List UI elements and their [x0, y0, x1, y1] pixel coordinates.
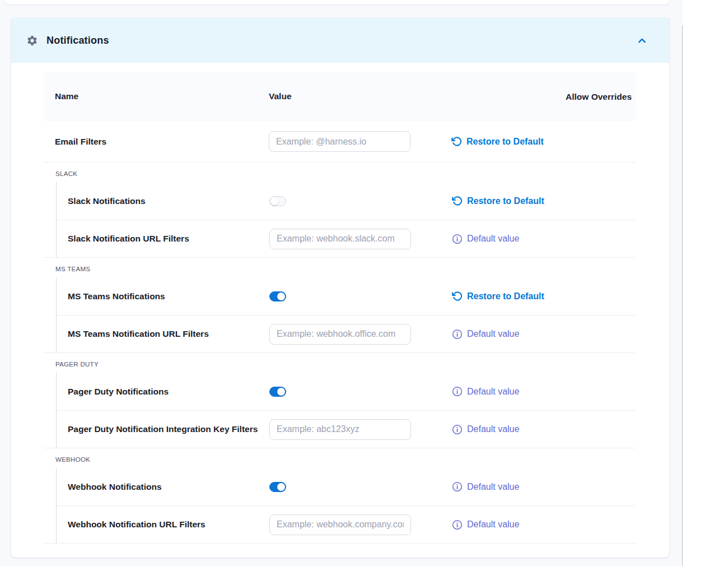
notifications-section-header[interactable]: Notifications — [11, 18, 669, 63]
default-value-indicator[interactable]: Default value — [452, 424, 519, 435]
setting-label: Webhook Notification URL Filters — [57, 519, 269, 530]
collapse-section-button[interactable] — [636, 34, 648, 47]
group-label: WEBHOOK — [44, 448, 636, 468]
info-circle-icon — [452, 386, 463, 397]
setting-row-msteams-url-filters: MS Teams Notification URL Filters Defaul… — [57, 315, 636, 352]
action-label: Default value — [467, 234, 519, 244]
restore-arrow-icon — [451, 136, 462, 147]
action-label: Default value — [467, 387, 519, 397]
toggle-knob — [277, 293, 285, 300]
setting-label: Webhook Notifications — [57, 482, 269, 492]
settings-group-pager-duty: PAGER DUTY Pager Duty Notifications Defa… — [44, 353, 636, 448]
chevron-up-icon — [637, 35, 647, 46]
email-filters-input[interactable] — [269, 131, 410, 152]
action-label: Default value — [467, 329, 519, 339]
action-label: Restore to Default — [467, 291, 544, 301]
gear-icon — [26, 35, 38, 47]
right-side-panel — [683, 0, 728, 566]
setting-row-pagerduty-key-filters: Pager Duty Notification Integration Key … — [57, 410, 636, 448]
slack-url-filters-input[interactable] — [269, 229, 411, 249]
action-label: Restore to Default — [467, 196, 544, 206]
panel-divider — [682, 25, 683, 566]
setting-label: MS Teams Notifications — [57, 291, 269, 301]
setting-row-msteams-notifications: MS Teams Notifications Restore to Defaul… — [57, 277, 636, 315]
default-value-indicator[interactable]: Default value — [452, 481, 519, 492]
info-circle-icon — [452, 234, 463, 244]
table-header-row: Name Value Allow Overrides — [44, 72, 636, 121]
setting-label: Pager Duty Notifications — [57, 387, 269, 397]
default-value-indicator[interactable]: Default value — [452, 519, 519, 530]
settings-table: Name Value Allow Overrides Email Filters… — [44, 72, 636, 544]
setting-row-webhook-url-filters: Webhook Notification URL Filters Default… — [57, 505, 636, 543]
info-circle-icon — [452, 519, 463, 530]
restore-to-default-link[interactable]: Restore to Default — [451, 136, 544, 147]
pagerduty-notifications-toggle[interactable] — [269, 387, 286, 397]
action-label: Restore to Default — [466, 137, 544, 147]
setting-row-slack-url-filters: Slack Notification URL Filters Default v… — [57, 220, 636, 257]
toggle-knob — [277, 483, 285, 491]
restore-to-default-link[interactable]: Restore to Default — [452, 196, 544, 206]
default-value-indicator[interactable]: Default value — [452, 234, 519, 244]
info-circle-icon — [452, 424, 463, 435]
restore-arrow-icon — [452, 196, 463, 206]
notifications-settings-card: Notifications Name Value Allow Overrides… — [11, 18, 669, 558]
setting-row-pagerduty-notifications: Pager Duty Notifications Default value — [57, 373, 636, 410]
toggle-knob — [270, 197, 278, 205]
action-label: Default value — [467, 482, 519, 492]
group-label: PAGER DUTY — [44, 353, 636, 373]
setting-label: Slack Notification URL Filters — [57, 234, 269, 244]
pagerduty-key-filters-input[interactable] — [269, 419, 411, 440]
setting-label: Email Filters — [44, 137, 269, 147]
column-header-value: Value — [269, 91, 566, 101]
msteams-url-filters-input[interactable] — [269, 324, 411, 345]
settings-group-slack: SLACK Slack Notifications Restore to Def… — [44, 163, 636, 258]
webhook-url-filters-input[interactable] — [269, 514, 411, 535]
setting-row-slack-notifications: Slack Notifications Restore to Default — [57, 182, 636, 220]
default-value-indicator[interactable]: Default value — [452, 386, 519, 397]
setting-label: MS Teams Notification URL Filters — [57, 329, 269, 339]
webhook-notifications-toggle[interactable] — [269, 482, 286, 492]
action-label: Default value — [467, 519, 519, 530]
group-label: SLACK — [44, 163, 636, 182]
restore-to-default-link[interactable]: Restore to Default — [452, 291, 544, 301]
column-header-name: Name — [44, 91, 269, 101]
slack-notifications-toggle[interactable] — [269, 196, 286, 206]
setting-label: Slack Notifications — [57, 196, 269, 206]
info-circle-icon — [452, 481, 463, 492]
default-value-indicator[interactable]: Default value — [452, 329, 519, 340]
settings-group-ms-teams: MS TEAMS MS Teams Notifications Restore … — [44, 258, 636, 353]
group-label: MS TEAMS — [44, 258, 636, 277]
toggle-knob — [277, 388, 285, 396]
setting-row-email-filters: Email Filters Restore to Default — [44, 121, 636, 163]
action-label: Default value — [467, 424, 519, 434]
setting-label: Pager Duty Notification Integration Key … — [57, 424, 269, 434]
setting-row-webhook-notifications: Webhook Notifications Default value — [57, 468, 636, 505]
msteams-notifications-toggle[interactable] — [269, 291, 286, 301]
section-title: Notifications — [46, 35, 109, 47]
column-header-allow-overrides: Allow Overrides — [566, 90, 637, 104]
previous-section-card — [4, 0, 669, 4]
restore-arrow-icon — [452, 291, 463, 301]
info-circle-icon — [452, 329, 463, 340]
settings-group-webhook: WEBHOOK Webhook Notifications Default va… — [44, 448, 636, 544]
